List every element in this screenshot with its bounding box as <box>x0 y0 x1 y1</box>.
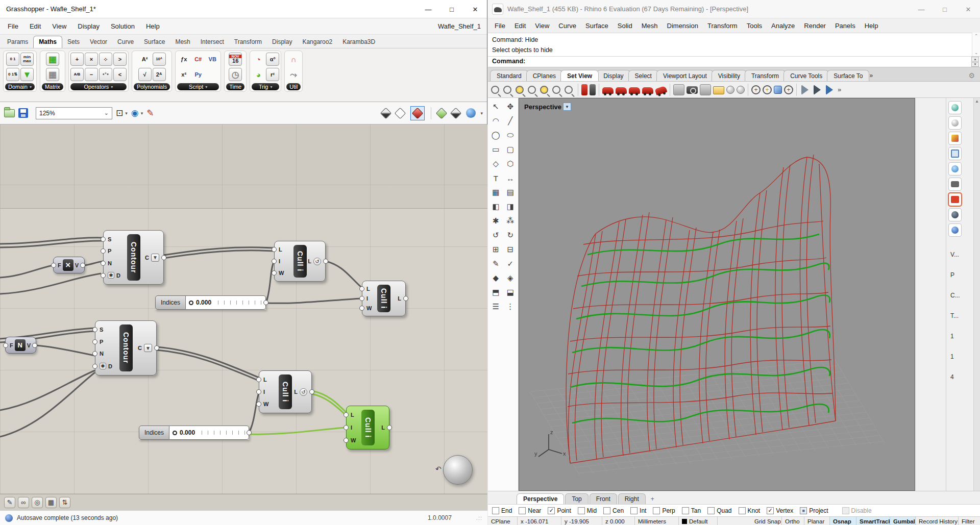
rhino-maximize-button[interactable]: □ <box>933 0 957 18</box>
sidebar-tool-icon[interactable]: ⬭ <box>504 129 518 142</box>
gear-icon[interactable]: ⚙ <box>965 71 978 81</box>
sidebar-tool-icon[interactable]: ⬓ <box>504 286 518 299</box>
gh-category-tab[interactable]: Mesh <box>170 36 195 48</box>
input-port[interactable] <box>272 259 277 264</box>
panel-tab-icon[interactable] <box>948 116 962 130</box>
expression-button[interactable]: ✱ <box>100 363 106 369</box>
rhino-toolbar-tab[interactable]: Select <box>628 70 658 81</box>
sidebar-tool-icon[interactable]: T <box>489 171 503 185</box>
panel-tab-icon[interactable] <box>948 208 962 221</box>
output-port[interactable] <box>263 300 268 305</box>
gh-ribbon-tool-icon[interactable]: √ <box>138 68 152 81</box>
zoom-level-select[interactable]: 125%⌄ <box>36 107 112 119</box>
properties-label-fragment[interactable]: 4 <box>950 373 973 381</box>
rhino-viewport[interactable]: Perspective ▼ z x y <box>519 98 915 491</box>
gh-ribbon-group-label[interactable]: Time <box>226 83 244 90</box>
gh-bottom-tool-icon[interactable]: ✎ <box>4 497 15 508</box>
rhino-tool-icon[interactable] <box>516 86 524 94</box>
status-segment[interactable]: x -106.071 <box>518 517 561 525</box>
input-port[interactable] <box>92 364 97 369</box>
gh-ribbon-tool-icon[interactable]: − <box>85 68 98 81</box>
preview-settings-ball-icon[interactable] <box>466 108 476 118</box>
rhino-tool-icon[interactable] <box>491 86 499 94</box>
sidebar-tool-icon[interactable]: ⁂ <box>504 214 518 228</box>
caret-down-icon[interactable]: ▾ <box>125 111 128 116</box>
input-port[interactable] <box>344 438 349 443</box>
rhino-tool-icon[interactable] <box>700 84 711 95</box>
panel-tab-icon[interactable] <box>948 132 962 145</box>
sidebar-tool-icon[interactable]: ⊟ <box>504 243 518 256</box>
panel-tab-icon[interactable] <box>948 101 962 114</box>
gh-category-tab[interactable]: Curve <box>112 36 139 48</box>
osnap-checkbox[interactable]: Point <box>548 507 571 514</box>
gh-ribbon-tool-icon[interactable]: ∩ <box>287 53 300 66</box>
rhino-tool-icon[interactable] <box>826 85 833 95</box>
rhino-tool-icon[interactable] <box>737 86 745 94</box>
toolbar-overflow-chevron[interactable]: » <box>838 86 841 93</box>
viewport-tab[interactable]: Front <box>590 493 617 504</box>
rhino-menu-item[interactable]: Edit <box>510 20 530 31</box>
rhino-toolbar-tab[interactable]: Set View <box>560 70 599 81</box>
input-port[interactable] <box>92 327 97 332</box>
output-port[interactable] <box>32 343 37 348</box>
properties-label-fragment[interactable]: 1 <box>950 353 973 360</box>
rhino-menu-item[interactable]: Transform <box>703 20 742 31</box>
panel-tab-icon[interactable] <box>948 193 962 206</box>
rhino-menu-item[interactable]: Dimension <box>663 20 703 31</box>
properties-label-fragment[interactable]: V... <box>950 251 973 258</box>
gh-ribbon-tool-icon[interactable]: Py <box>191 68 205 81</box>
gh-title-bar[interactable]: Grasshopper - Wafle_Shelf_1* — □ ✕ <box>0 0 487 18</box>
preview-dark-gem-icon[interactable] <box>450 107 462 119</box>
invert-button[interactable]: ↺ <box>313 258 321 265</box>
rhino-tool-icon[interactable] <box>503 86 511 94</box>
gh-ribbon-tool-icon[interactable]: min max <box>20 53 34 66</box>
rhino-tool-icon[interactable] <box>565 86 573 94</box>
preview-selected-box[interactable] <box>410 106 425 120</box>
panel-scrollbar[interactable]: ▲ <box>973 98 980 491</box>
gh-ribbon-tool-icon[interactable]: ◕ <box>252 68 265 81</box>
status-segment[interactable]: Ortho <box>782 517 804 525</box>
sidebar-tool-icon[interactable]: ↖ <box>489 100 503 113</box>
status-segment[interactable]: Default <box>679 517 718 525</box>
gh-ribbon-tool-icon[interactable]: VB <box>206 53 219 66</box>
gh-ribbon-tool-icon[interactable]: ƒx <box>177 53 190 66</box>
sidebar-tool-icon[interactable]: ▤ <box>504 186 518 199</box>
gh-ribbon-tool-icon[interactable]: NOV16 <box>229 53 242 66</box>
sidebar-tool-icon[interactable]: ↔ <box>504 171 518 185</box>
sidebar-tool-icon[interactable]: ◠ <box>489 114 503 128</box>
rhino-menu-item[interactable]: Tools <box>742 20 767 31</box>
rhino-toolbar-tab[interactable]: Standard <box>490 70 528 81</box>
input-port[interactable] <box>101 273 106 278</box>
status-segment[interactable]: Osnap <box>830 517 856 525</box>
command-history-scrollbar[interactable]: ⌃⌄ <box>972 33 980 56</box>
panel-tab-icon[interactable] <box>948 162 962 176</box>
rhino-menu-item[interactable]: Solid <box>613 20 637 31</box>
input-port[interactable] <box>51 263 56 268</box>
sidebar-tool-icon[interactable]: ▢ <box>504 143 518 156</box>
rhino-toolbar-tab[interactable]: Transform <box>745 70 786 81</box>
rhino-tool-icon[interactable] <box>642 87 653 94</box>
osnap-checkbox[interactable]: Tan <box>682 507 701 514</box>
osnap-checkbox[interactable]: Perp <box>653 507 675 514</box>
checkbox-icon[interactable] <box>707 507 715 514</box>
sketch-pen-icon[interactable]: ✎ <box>146 108 154 118</box>
status-segment[interactable]: Millimeters <box>635 517 679 525</box>
gh-ribbon-tool-icon[interactable]: ◷ <box>229 68 242 81</box>
output-port[interactable] <box>309 389 314 394</box>
input-port[interactable] <box>344 412 349 417</box>
sidebar-tool-icon[interactable]: ⊞ <box>489 243 503 256</box>
sidebar-tool-icon[interactable]: ◧ <box>489 200 503 213</box>
rhino-menu-item[interactable]: Render <box>799 20 830 31</box>
preview-eye-icon[interactable]: ◉ <box>131 108 139 118</box>
rhino-tool-icon[interactable] <box>687 86 698 94</box>
properties-label-fragment[interactable]: 1 <box>950 333 973 340</box>
checkbox-icon[interactable] <box>739 507 746 514</box>
gh-category-tab[interactable]: Kangaroo2 <box>297 36 337 48</box>
preview-shaded-gem-icon[interactable] <box>380 107 392 119</box>
rhino-tool-icon[interactable] <box>726 86 734 94</box>
rhino-title-bar[interactable]: Wafle_Shelf_1 (455 KB) - Rhino 6 Evaluat… <box>488 0 980 18</box>
rhino-menu-item[interactable]: Curve <box>554 20 581 31</box>
gh-ribbon-tool-icon[interactable]: ▦ <box>46 53 59 66</box>
sidebar-tool-icon[interactable]: ✥ <box>504 100 518 113</box>
gh-ribbon-tool-icon[interactable]: A² <box>138 53 152 66</box>
